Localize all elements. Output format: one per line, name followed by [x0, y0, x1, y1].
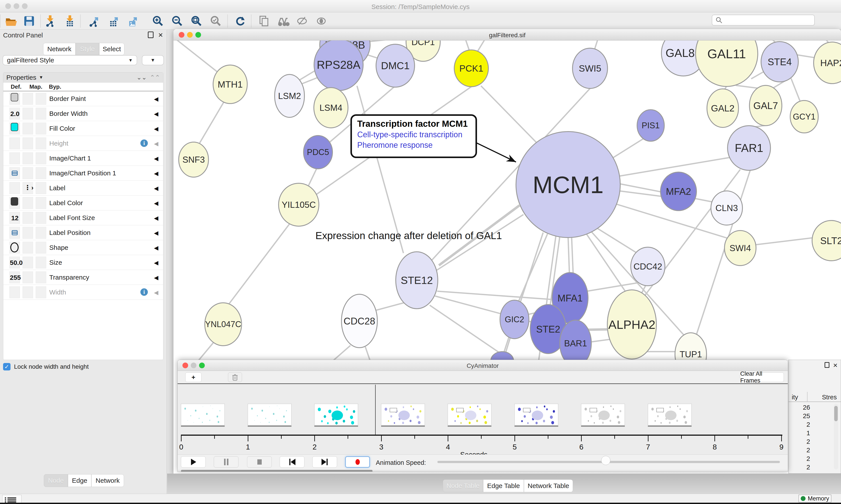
- expand-property-icon[interactable]: ◀: [154, 96, 158, 103]
- memory-button[interactable]: Memory: [799, 494, 831, 502]
- timeline-frame-4[interactable]: [448, 404, 491, 427]
- show-button[interactable]: [315, 14, 328, 28]
- default-value-position[interactable]: [12, 230, 18, 235]
- table-scrollbar-thumb[interactable]: [834, 406, 838, 421]
- network-edge[interactable]: [595, 40, 601, 49]
- network-node-pck1[interactable]: PCK1: [454, 50, 488, 87]
- timeline-frame-7[interactable]: [648, 404, 692, 427]
- panel-tab-network[interactable]: Network: [91, 474, 124, 487]
- network-node-cdc42[interactable]: CDC42: [631, 247, 665, 286]
- expand-property-icon[interactable]: ◀: [154, 140, 158, 147]
- table-col-stress[interactable]: Stres: [822, 394, 837, 401]
- network-edge[interactable]: [365, 347, 370, 361]
- zoom-fit-button[interactable]: [190, 14, 203, 28]
- property-cell[interactable]: [36, 152, 46, 164]
- float-panel-icon[interactable]: [825, 362, 829, 368]
- network-edge[interactable]: [611, 138, 644, 159]
- search-input[interactable]: [712, 15, 815, 25]
- network-edge[interactable]: [333, 345, 351, 361]
- network-edge[interactable]: [755, 238, 813, 245]
- timeline[interactable]: [178, 384, 788, 454]
- delete-frame-button[interactable]: [228, 373, 242, 382]
- property-cell[interactable]: [22, 108, 33, 120]
- property-cell[interactable]: [10, 152, 20, 164]
- network-edge[interactable]: [374, 302, 406, 311]
- network-node-pdc5[interactable]: PDC5: [304, 136, 333, 169]
- import-network-button[interactable]: [44, 14, 57, 28]
- default-value-text[interactable]: 255: [10, 274, 20, 281]
- zoom-in-button[interactable]: [151, 14, 165, 28]
- table-cell-value[interactable]: 2: [790, 421, 810, 428]
- timeline-frame-1[interactable]: [248, 404, 291, 427]
- property-cell[interactable]: [22, 138, 33, 149]
- network-node-rps28a[interactable]: RPS28A: [314, 40, 363, 91]
- network-edge[interactable]: [437, 291, 553, 300]
- network-node-pis1[interactable]: PIS1: [637, 110, 664, 141]
- property-cell[interactable]: [36, 286, 46, 298]
- table-col-centrality[interactable]: ity: [792, 394, 798, 401]
- property-cell[interactable]: [36, 257, 46, 268]
- timeline-frame-0[interactable]: [181, 404, 225, 427]
- property-row-label[interactable]: ⋮›Label◀: [3, 181, 163, 196]
- property-row-border-paint[interactable]: Border Paint◀: [3, 91, 163, 106]
- property-cell[interactable]: [22, 212, 33, 224]
- expand-property-icon[interactable]: ◀: [154, 289, 158, 296]
- network-node-far1[interactable]: FAR1: [728, 126, 770, 170]
- network-node-cln3[interactable]: CLN3: [711, 191, 742, 225]
- property-cell[interactable]: [22, 152, 33, 164]
- default-value-position[interactable]: [12, 170, 18, 176]
- property-row-height[interactable]: Heighti◀: [3, 136, 163, 151]
- table-tab-network-table[interactable]: Network Table: [524, 480, 573, 492]
- tab-network[interactable]: Network: [43, 43, 75, 55]
- property-cell[interactable]: [22, 123, 33, 134]
- network-node-gic2[interactable]: GIC2: [500, 300, 529, 339]
- float-panel-icon[interactable]: [148, 32, 154, 38]
- network-edge[interactable]: [430, 305, 500, 353]
- property-row-shape[interactable]: Shape◀: [3, 240, 163, 255]
- panel-tab-edge[interactable]: Edge: [68, 474, 91, 487]
- tab-select[interactable]: Select: [99, 43, 124, 55]
- close-panel-icon[interactable]: ✕: [158, 32, 163, 39]
- style-options-button[interactable]: ▼: [142, 55, 164, 65]
- copy-button[interactable]: [257, 14, 271, 28]
- timeline-frame-6[interactable]: [581, 404, 625, 427]
- expand-property-icon[interactable]: ◀: [154, 259, 158, 266]
- table-cell-value[interactable]: 26: [790, 404, 810, 411]
- export-network-button[interactable]: [87, 14, 101, 28]
- default-value-swatch[interactable]: [11, 197, 18, 205]
- network-edge[interactable]: [519, 234, 548, 301]
- property-cell[interactable]: [36, 197, 46, 209]
- timeline-frame-3[interactable]: [381, 404, 425, 427]
- property-row-image-chart-1[interactable]: Image/Chart 1◀: [3, 151, 163, 166]
- property-cell[interactable]: [22, 257, 33, 268]
- property-cell[interactable]: [36, 271, 46, 283]
- network-edge[interactable]: [198, 340, 216, 361]
- network-node-ste4[interactable]: STE4: [761, 41, 798, 82]
- network-edge[interactable]: [357, 86, 404, 253]
- property-cell[interactable]: [36, 182, 46, 194]
- close-panel-icon[interactable]: ✕: [833, 362, 838, 369]
- tab-style[interactable]: Style: [75, 43, 99, 55]
- property-cell[interactable]: [22, 93, 33, 105]
- default-value-text[interactable]: 2.0: [10, 110, 20, 118]
- property-row-border-width[interactable]: 2.0Border Width◀: [3, 106, 163, 121]
- property-row-label-color[interactable]: Label Color◀: [3, 196, 163, 211]
- default-value-text[interactable]: 12: [10, 214, 20, 222]
- property-cell[interactable]: [36, 212, 46, 224]
- property-cell[interactable]: [10, 182, 20, 194]
- property-cell[interactable]: [36, 242, 46, 254]
- network-window-titlebar[interactable]: galFiltered.sif: [174, 29, 841, 40]
- network-node-hap2[interactable]: HAP2: [813, 42, 841, 84]
- expand-property-icon[interactable]: ◀: [154, 215, 158, 221]
- network-node-mth1[interactable]: MTH1: [213, 65, 247, 104]
- pause-button[interactable]: [214, 456, 238, 468]
- property-row-width[interactable]: Widthi◀: [3, 285, 163, 300]
- property-cell[interactable]: [22, 167, 33, 179]
- stop-button[interactable]: [247, 456, 272, 468]
- export-table-button[interactable]: [107, 14, 121, 28]
- save-session-button[interactable]: [22, 14, 36, 28]
- property-cell[interactable]: [22, 271, 33, 283]
- network-node-ste12[interactable]: STE12: [396, 252, 438, 309]
- network-node-swi4[interactable]: SWI4: [724, 231, 756, 266]
- network-node-swi5[interactable]: SWI5: [572, 48, 608, 88]
